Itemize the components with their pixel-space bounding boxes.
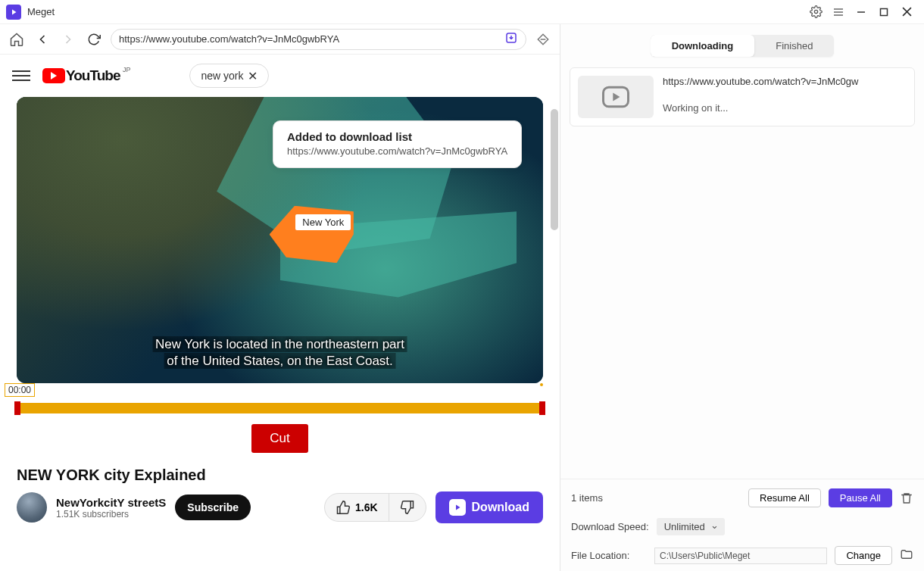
tab-finished[interactable]: Finished <box>754 35 834 57</box>
download-list: https://www.youtube.com/watch?v=JnMc0gw … <box>560 67 924 479</box>
download-footer: 1 items Resume All Pause All Download Sp… <box>560 479 924 571</box>
svg-point-0 <box>814 10 817 13</box>
trim-handle-left[interactable] <box>14 401 20 415</box>
close-button[interactable] <box>895 1 918 23</box>
like-dislike-pill: 1.6K <box>324 493 426 522</box>
hamburger-icon[interactable] <box>12 67 30 84</box>
youtube-play-icon <box>42 68 65 83</box>
channel-avatar[interactable] <box>17 492 47 523</box>
video-meta-row: NewYorkcitY streetS 1.51K subscribers Su… <box>0 491 560 531</box>
youtube-page: YouTube JP new york ✕ New York Ne <box>0 55 560 571</box>
download-item-url: https://www.youtube.com/watch?v=JnMc0gw <box>663 76 907 87</box>
speed-label: Download Speed: <box>571 521 649 532</box>
url-input[interactable] <box>119 33 504 45</box>
url-bar[interactable] <box>111 29 526 50</box>
chip-close-icon[interactable]: ✕ <box>248 69 258 83</box>
download-button[interactable]: Download <box>435 491 543 523</box>
folder-icon[interactable] <box>900 548 913 563</box>
video-title: NEW YORK city Explained <box>0 463 560 491</box>
map-label: New York <box>295 214 351 230</box>
dislike-button[interactable] <box>389 494 426 521</box>
tab-downloading[interactable]: Downloading <box>651 35 755 57</box>
nav-bar <box>0 24 560 55</box>
subscribe-button[interactable]: Subscribe <box>175 495 251 520</box>
cut-button[interactable]: Cut <box>251 424 307 453</box>
home-icon[interactable] <box>8 30 26 48</box>
change-location-button[interactable]: Change <box>835 546 892 565</box>
channel-subs: 1.51K subscribers <box>56 509 166 520</box>
video-caption: New York is located in the northeastern … <box>152 336 407 370</box>
maximize-button[interactable] <box>872 1 895 23</box>
yt-header: YouTube JP new york ✕ <box>0 55 560 97</box>
toast-url: https://www.youtube.com/watch?v=JnMc0gwb… <box>287 145 507 157</box>
speed-select[interactable]: Unlimited <box>657 518 725 535</box>
save-url-icon[interactable] <box>504 31 518 48</box>
time-badge: 00:00 <box>5 383 35 397</box>
download-thumb-icon <box>578 76 654 118</box>
download-panel: Downloading Finished https://www.youtube… <box>560 24 924 571</box>
items-count: 1 items <box>571 492 741 504</box>
scrollbar[interactable] <box>551 109 558 230</box>
menu-icon[interactable] <box>827 1 850 23</box>
svg-rect-5 <box>881 8 888 15</box>
titlebar: Meget <box>0 0 924 24</box>
pause-all-button[interactable]: Pause All <box>829 488 892 507</box>
download-tabs: Downloading Finished <box>651 35 835 57</box>
toast-title: Added to download list <box>287 130 507 143</box>
trim-timeline: 00:00 <box>0 383 560 413</box>
settings-icon[interactable] <box>804 1 827 23</box>
channel-name[interactable]: NewYorkcitY streetS <box>56 496 166 509</box>
timeline-track[interactable] <box>17 403 543 413</box>
resume-all-button[interactable]: Resume All <box>748 488 821 507</box>
search-chip[interactable]: new york ✕ <box>189 64 269 88</box>
download-item-status: Working on it... <box>663 102 907 114</box>
download-item[interactable]: https://www.youtube.com/watch?v=JnMc0gw … <box>570 67 915 126</box>
minimize-button[interactable] <box>850 1 872 23</box>
app-logo-icon <box>6 5 21 20</box>
trim-handle-right[interactable] <box>539 401 545 415</box>
youtube-logo[interactable]: YouTube JP <box>42 67 120 84</box>
reload-icon[interactable] <box>85 30 103 48</box>
forward-icon[interactable] <box>59 30 77 48</box>
download-toast: Added to download list https://www.youtu… <box>273 120 522 168</box>
trash-icon[interactable] <box>900 491 913 505</box>
location-label: File Location: <box>571 550 647 561</box>
back-icon[interactable] <box>33 30 52 48</box>
tag-icon[interactable] <box>534 30 552 48</box>
like-button[interactable]: 1.6K <box>325 494 389 521</box>
app-title: Meget <box>27 6 55 17</box>
browser-panel: YouTube JP new york ✕ New York Ne <box>0 24 560 571</box>
location-input[interactable] <box>654 548 827 564</box>
download-logo-icon <box>449 499 466 516</box>
